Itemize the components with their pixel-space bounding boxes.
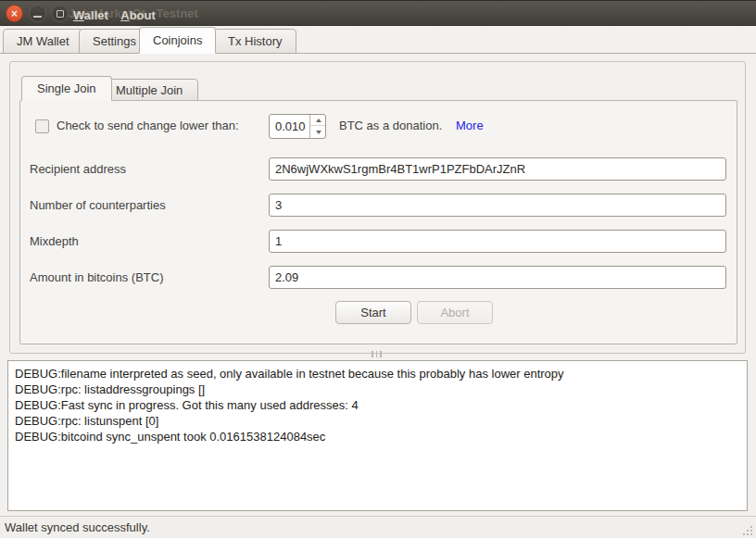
splitter-handle-icon[interactable] bbox=[372, 351, 385, 357]
donation-amount-spinbox bbox=[269, 114, 326, 139]
close-button[interactable]: × bbox=[6, 5, 23, 22]
more-link[interactable]: More bbox=[456, 119, 484, 132]
log-line: DEBUG:rpc: listaddressgroupings [] bbox=[15, 382, 740, 397]
splitter[interactable] bbox=[0, 348, 756, 359]
menubar: Wallet About bbox=[73, 6, 164, 23]
donation-checkbox[interactable] bbox=[35, 119, 49, 133]
subtab-single-join[interactable]: Single Join bbox=[21, 76, 112, 101]
donation-amount-input[interactable] bbox=[270, 115, 310, 138]
tab-jm-wallet[interactable]: JM Wallet bbox=[3, 29, 83, 54]
form-row-recipient: Recipient address bbox=[20, 157, 737, 181]
log-line: DEBUG:Fast sync in progress. Got this ma… bbox=[15, 397, 740, 413]
amount-input[interactable] bbox=[269, 266, 726, 289]
arrow-up-icon bbox=[316, 119, 321, 122]
donation-row: Check to send change lower than: BTC as … bbox=[20, 114, 737, 140]
tab-tx-history[interactable]: Tx History bbox=[214, 29, 296, 54]
mixdepth-label: Mixdepth bbox=[30, 234, 79, 248]
minimize-icon bbox=[33, 16, 42, 18]
menu-about[interactable]: About bbox=[120, 8, 156, 22]
arrow-down-icon bbox=[316, 131, 321, 134]
app-window: × JoinMarketQt - Testnet Wallet About JM… bbox=[0, 0, 756, 538]
donation-suffix: BTC as a donation. bbox=[339, 119, 442, 132]
amount-label: Amount in bitcoins (BTC) bbox=[30, 270, 164, 284]
single-join-pane: Check to send change lower than: BTC as … bbox=[19, 100, 737, 344]
recipient-address-input[interactable] bbox=[269, 157, 726, 181]
log-line: DEBUG:bitcoind sync_unspent took 0.01615… bbox=[15, 429, 740, 444]
recipient-address-label: Recipient address bbox=[30, 162, 126, 176]
menu-wallet[interactable]: Wallet bbox=[73, 8, 108, 22]
resize-grip-icon[interactable] bbox=[743, 526, 745, 528]
form-row-amount: Amount in bitcoins (BTC) bbox=[20, 266, 737, 289]
tab-pane-border bbox=[0, 53, 756, 54]
start-button[interactable]: Start bbox=[335, 301, 411, 324]
statusbar: Wallet synced successfully. bbox=[0, 516, 756, 538]
status-message: Wallet synced successfully. bbox=[5, 520, 150, 534]
titlebar[interactable]: × JoinMarketQt - Testnet Wallet About bbox=[0, 0, 756, 26]
donation-label: Check to send change lower than: bbox=[57, 119, 239, 132]
maximize-button[interactable] bbox=[51, 5, 69, 22]
spin-down-button[interactable] bbox=[310, 127, 326, 138]
debug-log[interactable]: DEBUG:filename interpreted as seed, only… bbox=[7, 360, 748, 511]
spin-up-button[interactable] bbox=[310, 115, 326, 126]
log-line: DEBUG:rpc: listunspent [0] bbox=[15, 413, 740, 429]
subtab-multiple-join[interactable]: Multiple Join bbox=[100, 79, 198, 101]
counterparties-input[interactable] bbox=[269, 194, 726, 217]
counterparties-label: Number of counterparties bbox=[30, 198, 166, 212]
main-tabbar: JM Wallet Settings Coinjoins Tx History bbox=[0, 27, 756, 54]
form-row-mixdepth: Mixdepth bbox=[20, 230, 737, 253]
form-row-counterparties: Number of counterparties bbox=[20, 194, 737, 217]
maximize-icon bbox=[57, 10, 64, 18]
mixdepth-input[interactable] bbox=[269, 230, 726, 253]
abort-button[interactable]: Abort bbox=[417, 301, 493, 324]
spin-buttons bbox=[309, 115, 325, 138]
log-line: DEBUG:filename interpreted as seed, only… bbox=[15, 366, 740, 382]
coinjoin-groupbox: Single Join Multiple Join Check to send … bbox=[9, 61, 746, 354]
tab-coinjoins[interactable]: Coinjoins bbox=[139, 27, 216, 54]
minimize-button[interactable] bbox=[29, 5, 46, 22]
